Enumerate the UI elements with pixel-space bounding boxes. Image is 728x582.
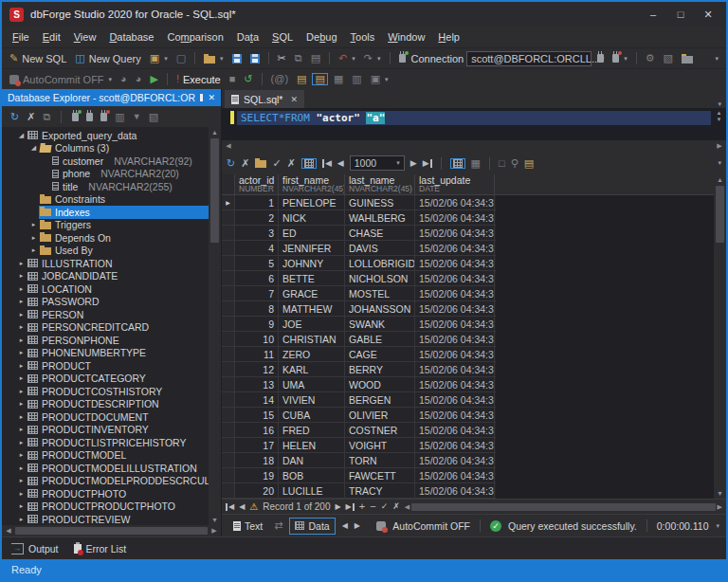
paste-button[interactable]: ▤	[308, 52, 323, 64]
expander-icon[interactable]: ▸	[16, 516, 27, 523]
expander-icon[interactable]: ◢	[16, 132, 27, 139]
editor-splitter-icon[interactable]: ▲▼	[713, 110, 725, 123]
connection-select[interactable]: scott@DBFORCL:ORCLL... ▾	[466, 51, 592, 66]
tree-item-customer[interactable]: customerNVARCHAR2(92)	[2, 155, 209, 168]
table-row[interactable]: ▶1PENELOPEGUINESS15/02/06 04:34:33	[222, 195, 496, 210]
tree-item-depends-on[interactable]: ▸Depends On	[2, 231, 209, 245]
refresh-object-icon[interactable]: ▧	[149, 112, 158, 122]
cell-last-name[interactable]: CAGE	[345, 347, 415, 361]
status-overflow-icon[interactable]: ▾	[716, 522, 719, 530]
expander-icon[interactable]: ▸	[16, 374, 27, 382]
maximize-button[interactable]: □	[670, 9, 691, 20]
tree-item-productmodel[interactable]: ▸PRODUCTMODEL	[2, 449, 209, 463]
next-view-icon[interactable]: ▶	[355, 522, 360, 530]
schema-compare-button[interactable]: ⚙	[643, 52, 658, 64]
code-line[interactable]: SELECT*FROM "actor" "a"	[237, 111, 711, 125]
column-header-last-name[interactable]: last_nameNVARCHAR2(45)	[345, 174, 415, 194]
new-connection-button[interactable]	[396, 53, 409, 64]
cell-last-update[interactable]: 15/02/06 04:34:33	[415, 241, 495, 255]
expander-icon[interactable]: ▸	[16, 323, 27, 331]
cell-first-name[interactable]: KARL	[279, 362, 345, 376]
tab-list-dropdown-icon[interactable]: ▾	[718, 100, 721, 108]
cell-actor-id[interactable]: 11	[235, 347, 279, 361]
tree-item-title[interactable]: titleNVARCHAR2(255)	[2, 180, 209, 193]
column-header-first-name[interactable]: first_nameNVARCHAR2(45)	[279, 174, 345, 194]
open-data-icon[interactable]	[255, 160, 266, 168]
menu-window[interactable]: Window	[381, 29, 431, 45]
table-row[interactable]: 4JENNIFERDAVIS15/02/06 04:34:33	[222, 241, 496, 256]
tree-item-productphoto[interactable]: ▸PRODUCTPHOTO	[2, 487, 209, 500]
expander-icon[interactable]: ▸	[16, 502, 27, 510]
disconnect-button[interactable]: ▾	[610, 53, 630, 64]
cell-last-update[interactable]: 15/02/06 04:34:33	[415, 362, 495, 376]
search-data-icon[interactable]: ⚲	[511, 158, 519, 169]
table-row[interactable]: 8MATTHEWJOHANSSON15/02/06 04:34:33	[222, 301, 496, 317]
column-visibility-icon[interactable]: □	[499, 158, 505, 169]
disconnect-icon[interactable]	[100, 113, 107, 121]
page-size-select[interactable]: 1000▾	[350, 155, 405, 171]
cell-first-name[interactable]: JENNIFER	[279, 241, 345, 255]
cell-last-update[interactable]: 15/02/06 04:34:33	[415, 332, 495, 346]
table-row[interactable]: 15CUBAOLIVIER15/02/06 04:34:33	[222, 408, 496, 423]
tree-item-used-by[interactable]: ▸Used By	[2, 245, 209, 258]
save-all-button[interactable]	[247, 53, 263, 64]
cell-actor-id[interactable]: 14	[235, 392, 279, 407]
sql-editor[interactable]: SELECT*FROM "actor" "a" ▲▼	[222, 108, 726, 140]
cell-actor-id[interactable]: 17	[235, 438, 279, 452]
cell-first-name[interactable]: BOB	[279, 468, 345, 482]
expander-icon[interactable]: ▸	[16, 464, 27, 472]
cell-actor-id[interactable]: 1	[235, 195, 279, 209]
new-window-button[interactable]: ▢	[173, 52, 189, 64]
refresh-data-icon[interactable]: ↻	[227, 158, 235, 169]
cancel-changes-icon[interactable]: ✗	[287, 158, 296, 169]
table-row[interactable]: 11ZEROCAGE15/02/06 04:34:33	[222, 347, 496, 362]
close-button[interactable]: ✕	[698, 9, 719, 21]
tree-item-password[interactable]: ▸PASSWORD	[2, 296, 209, 309]
cell-last-update[interactable]: 15/02/06 04:34:33	[415, 286, 495, 300]
tree-item-personphone[interactable]: ▸PERSONPHONE	[2, 334, 209, 347]
expander-icon[interactable]: ▸	[16, 426, 27, 433]
card-view-icon[interactable]: ▦	[471, 158, 481, 169]
cell-actor-id[interactable]: 6	[235, 271, 279, 285]
cell-last-name[interactable]: MOSTEL	[345, 286, 415, 300]
table-row[interactable]: 14VIVIENBERGEN15/02/06 04:34:33	[222, 392, 496, 408]
tree-item-productinventory[interactable]: ▸PRODUCTINVENTORY	[2, 424, 209, 437]
table-row[interactable]: 9JOESWANK15/02/06 04:34:33	[222, 317, 496, 332]
cell-last-name[interactable]: COSTNER	[345, 423, 415, 437]
query-profiler-button[interactable]: ▤	[312, 73, 327, 85]
expander-icon[interactable]: ▸	[16, 285, 27, 293]
cell-last-name[interactable]: VOIGHT	[345, 438, 415, 452]
table-row[interactable]: 6BETTENICHOLSON15/02/06 04:34:33	[222, 271, 496, 286]
cell-first-name[interactable]: JOE	[279, 317, 345, 331]
cell-first-name[interactable]: CUBA	[279, 408, 345, 422]
tree-item-productcosthistory[interactable]: ▸PRODUCTCOSTHISTORY	[2, 385, 209, 398]
expander-icon[interactable]: ▸	[16, 349, 27, 356]
cell-actor-id[interactable]: 4	[235, 241, 279, 255]
expander-icon[interactable]: ▸	[16, 260, 27, 267]
cell-first-name[interactable]: VIVIEN	[279, 392, 345, 407]
delete-record-icon[interactable]: −	[370, 501, 375, 512]
cell-last-update[interactable]: 15/02/06 04:34:33	[415, 317, 495, 331]
new-query-button[interactable]: ◫ New Query	[72, 52, 143, 65]
export-plan-button[interactable]: ▣▾	[368, 73, 391, 85]
tab-data-view[interactable]: Data	[289, 518, 335, 535]
cell-first-name[interactable]: BETTE	[279, 271, 345, 285]
filter-icon[interactable]: ▼	[133, 113, 141, 121]
parameters-button[interactable]: (@)	[268, 73, 292, 85]
table-row[interactable]: 16FREDCOSTNER15/02/06 04:34:33	[222, 423, 496, 438]
expander-icon[interactable]: ▸	[16, 362, 27, 370]
menu-data[interactable]: Data	[230, 29, 265, 45]
cell-actor-id[interactable]: 19	[235, 468, 279, 482]
stop-button[interactable]: ■	[227, 73, 239, 85]
cell-last-name[interactable]: WOOD	[345, 377, 415, 391]
first-record-icon[interactable]: ◀	[226, 503, 234, 511]
table-row[interactable]: 19BOBFAWCETT15/02/06 04:34:33	[222, 468, 496, 483]
cell-last-update[interactable]: 15/02/06 04:34:33	[415, 210, 495, 225]
cell-last-update[interactable]: 15/02/06 04:34:33	[415, 347, 495, 361]
cell-last-update[interactable]: 15/02/06 04:34:33	[415, 301, 495, 316]
expander-icon[interactable]: ▸	[16, 451, 27, 459]
tree-item-productlistpricehistory[interactable]: ▸PRODUCTLISTPRICEHISTORY	[2, 436, 209, 449]
visual-plan-button[interactable]: ▥	[349, 73, 364, 85]
cell-first-name[interactable]: GRACE	[279, 286, 345, 300]
cell-actor-id[interactable]: 8	[235, 301, 279, 316]
